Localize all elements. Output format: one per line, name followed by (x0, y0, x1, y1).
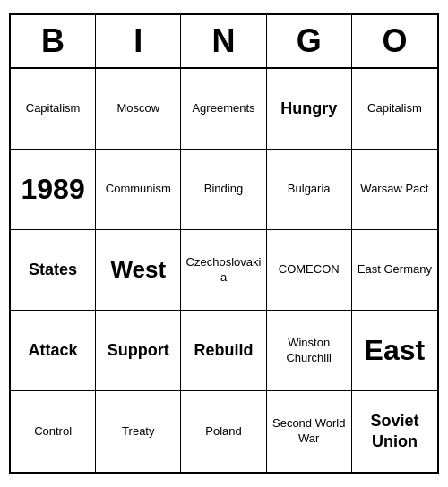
cell-text: Control (34, 424, 72, 440)
bingo-cell: Poland (181, 391, 266, 472)
cell-text: Capitalism (367, 101, 422, 116)
bingo-cell: States (11, 230, 96, 311)
cell-text: 1989 (22, 171, 85, 209)
header-cell-B: B (11, 15, 96, 67)
header-cell-I: I (96, 15, 181, 67)
bingo-cell: Winston Churchill (267, 311, 352, 391)
bingo-cell: Bulgaria (267, 150, 352, 230)
bingo-header: BINGO (11, 15, 437, 69)
bingo-cell: 1989 (11, 150, 96, 230)
cell-text: Support (108, 340, 169, 361)
bingo-grid: CapitalismMoscowAgreementsHungryCapitali… (11, 69, 437, 472)
bingo-cell: Capitalism (11, 69, 96, 150)
cell-text: East Germany (358, 262, 432, 278)
bingo-cell: West (96, 230, 181, 311)
cell-text: Treaty (122, 424, 154, 440)
cell-text: Second World War (271, 416, 348, 447)
cell-text: Czechoslovakia (185, 255, 262, 286)
bingo-cell: Communism (96, 150, 181, 230)
cell-text: Soviet Union (356, 411, 434, 453)
bingo-cell: Binding (181, 150, 266, 230)
cell-text: Moscow (116, 101, 159, 116)
cell-text: Capitalism (26, 101, 81, 116)
cell-text: States (29, 260, 77, 280)
header-cell-G: G (267, 15, 352, 67)
cell-text: Poland (205, 424, 241, 440)
cell-text: Binding (204, 182, 243, 197)
bingo-cell: Warsaw Pact (352, 150, 437, 230)
bingo-cell: East Germany (352, 230, 437, 311)
header-cell-N: N (181, 15, 266, 67)
bingo-cell: Moscow (96, 69, 181, 150)
cell-text: Rebuild (194, 340, 253, 361)
bingo-cell: Capitalism (352, 69, 437, 150)
bingo-cell: Czechoslovakia (181, 230, 266, 311)
cell-text: Agreements (192, 101, 254, 116)
bingo-cell: Agreements (181, 69, 266, 150)
cell-text: West (110, 255, 166, 286)
cell-text: Communism (106, 182, 171, 197)
bingo-cell: Soviet Union (352, 391, 437, 472)
bingo-cell: East (352, 311, 437, 391)
bingo-cell: Support (96, 311, 181, 391)
bingo-cell: Treaty (96, 391, 181, 472)
cell-text: COMECON (279, 262, 340, 278)
header-cell-O: O (352, 15, 437, 67)
cell-text: East (365, 332, 426, 370)
bingo-cell: COMECON (267, 230, 352, 311)
bingo-card: BINGO CapitalismMoscowAgreementsHungryCa… (9, 13, 439, 474)
bingo-cell: Hungry (267, 69, 352, 150)
bingo-cell: Second World War (267, 391, 352, 472)
cell-text: Winston Churchill (271, 336, 348, 366)
cell-text: Attack (29, 340, 78, 361)
bingo-cell: Rebuild (181, 311, 266, 391)
bingo-cell: Control (11, 391, 96, 472)
cell-text: Hungry (280, 98, 337, 119)
cell-text: Warsaw Pact (360, 182, 428, 197)
cell-text: Bulgaria (288, 182, 331, 197)
bingo-cell: Attack (11, 311, 96, 391)
